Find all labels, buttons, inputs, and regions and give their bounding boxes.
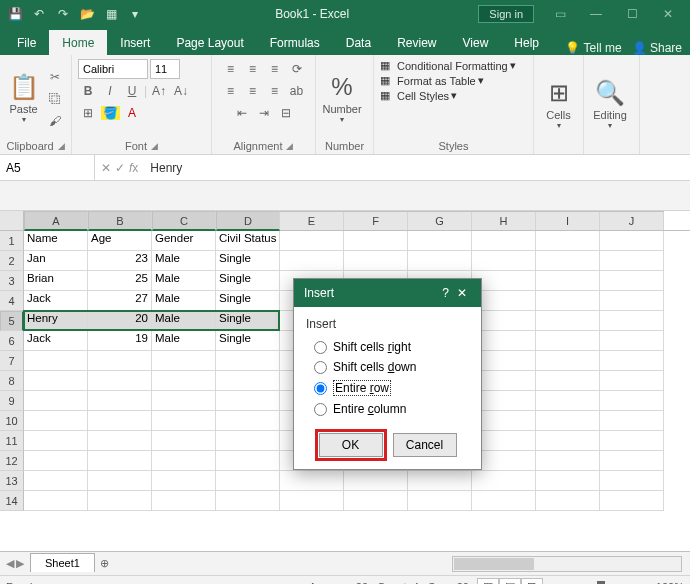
qat-dropdown-icon[interactable]: ▾ <box>124 3 146 25</box>
wrap-text-icon[interactable]: ab <box>287 81 307 101</box>
table-icon[interactable]: ▦ <box>100 3 122 25</box>
column-header[interactable]: H <box>472 211 536 230</box>
align-top-icon[interactable]: ≡ <box>221 59 241 79</box>
cell[interactable]: 25 <box>88 271 152 291</box>
number-format-button[interactable]: % Number ▾ <box>322 66 362 132</box>
cell[interactable]: Single <box>216 251 280 271</box>
cell[interactable]: Jack <box>24 291 88 311</box>
page-break-view-icon[interactable]: ⊞ <box>521 578 543 585</box>
cell[interactable]: Name <box>24 231 88 251</box>
cell[interactable]: Civil Status <box>216 231 280 251</box>
tab-view[interactable]: View <box>450 30 502 55</box>
cell[interactable] <box>472 471 536 491</box>
cell[interactable]: 19 <box>88 331 152 351</box>
cell[interactable] <box>280 251 344 271</box>
cell[interactable] <box>472 231 536 251</box>
cell[interactable] <box>24 391 88 411</box>
page-layout-view-icon[interactable]: ▣ <box>499 578 521 585</box>
tab-data[interactable]: Data <box>333 30 384 55</box>
column-header[interactable]: F <box>344 211 408 230</box>
cell[interactable] <box>216 451 280 471</box>
cell[interactable] <box>24 471 88 491</box>
cell[interactable] <box>280 471 344 491</box>
editing-button[interactable]: 🔍Editing▾ <box>590 72 630 138</box>
dialog-help-icon[interactable]: ? <box>438 286 453 300</box>
cell[interactable] <box>408 231 472 251</box>
ok-button[interactable]: OK <box>319 433 383 457</box>
alignment-launcher-icon[interactable]: ◢ <box>286 141 293 151</box>
cell[interactable] <box>536 291 600 311</box>
cell[interactable]: Brian <box>24 271 88 291</box>
radio-shift-right[interactable]: Shift cells right <box>306 337 469 357</box>
row-header[interactable]: 8 <box>0 371 24 391</box>
align-bottom-icon[interactable]: ≡ <box>265 59 285 79</box>
column-header[interactable]: G <box>408 211 472 230</box>
tab-insert[interactable]: Insert <box>107 30 163 55</box>
cell[interactable] <box>152 451 216 471</box>
font-size-select[interactable]: 11 <box>150 59 180 79</box>
cell[interactable]: Male <box>152 251 216 271</box>
italic-button[interactable]: I <box>100 81 120 101</box>
open-icon[interactable]: 📂 <box>76 3 98 25</box>
cell[interactable]: Jack <box>24 331 88 351</box>
row-header[interactable]: 10 <box>0 411 24 431</box>
cell[interactable] <box>24 431 88 451</box>
save-icon[interactable]: 💾 <box>4 3 26 25</box>
column-header[interactable]: J <box>600 211 664 230</box>
cell[interactable]: 23 <box>88 251 152 271</box>
cell[interactable] <box>600 371 664 391</box>
underline-button[interactable]: U <box>122 81 142 101</box>
cell[interactable]: Gender <box>152 231 216 251</box>
cell[interactable] <box>536 411 600 431</box>
cell[interactable] <box>216 471 280 491</box>
decrease-font-icon[interactable]: A↓ <box>171 81 191 101</box>
radio-shift-down[interactable]: Shift cells down <box>306 357 469 377</box>
cell[interactable] <box>536 331 600 351</box>
font-name-select[interactable]: Calibri <box>78 59 148 79</box>
cell[interactable] <box>216 411 280 431</box>
row-header[interactable]: 1 <box>0 231 24 251</box>
row-header[interactable]: 3 <box>0 271 24 291</box>
row-header[interactable]: 2 <box>0 251 24 271</box>
zoom-level[interactable]: 100% <box>656 581 684 585</box>
cell[interactable] <box>88 371 152 391</box>
cell[interactable]: Age <box>88 231 152 251</box>
cell[interactable] <box>152 491 216 511</box>
cell[interactable] <box>88 431 152 451</box>
conditional-formatting-button[interactable]: ▦ Conditional Formatting ▾ <box>380 59 516 72</box>
cell[interactable]: Single <box>216 331 280 351</box>
row-header[interactable]: 12 <box>0 451 24 471</box>
cell[interactable] <box>408 471 472 491</box>
paste-button[interactable]: 📋 Paste ▾ <box>6 66 41 132</box>
merge-icon[interactable]: ⊟ <box>276 103 296 123</box>
cell[interactable] <box>600 431 664 451</box>
align-center-icon[interactable]: ≡ <box>243 81 263 101</box>
radio-entire-column[interactable]: Entire column <box>306 399 469 419</box>
fill-color-icon[interactable]: 🪣 <box>100 103 120 123</box>
cell[interactable]: Henry <box>24 311 88 331</box>
column-header[interactable]: D <box>216 211 280 231</box>
align-left-icon[interactable]: ≡ <box>221 81 241 101</box>
column-header[interactable]: A <box>24 211 88 231</box>
cell[interactable] <box>280 491 344 511</box>
cell[interactable] <box>216 351 280 371</box>
cell[interactable] <box>536 471 600 491</box>
cell[interactable] <box>600 311 664 331</box>
cell[interactable] <box>472 491 536 511</box>
cell-styles-button[interactable]: ▦ Cell Styles ▾ <box>380 89 457 102</box>
add-sheet-icon[interactable]: ⊕ <box>95 554 115 574</box>
redo-icon[interactable]: ↷ <box>52 3 74 25</box>
cell[interactable]: Male <box>152 311 216 331</box>
cell[interactable] <box>600 291 664 311</box>
close-icon[interactable]: ✕ <box>650 0 686 28</box>
cell[interactable]: Single <box>216 271 280 291</box>
cell[interactable] <box>88 491 152 511</box>
borders-icon[interactable]: ⊞ <box>78 103 98 123</box>
formula-input[interactable]: Henry <box>144 161 690 175</box>
cell[interactable] <box>472 251 536 271</box>
cell[interactable]: Single <box>216 291 280 311</box>
cell[interactable] <box>536 491 600 511</box>
font-launcher-icon[interactable]: ◢ <box>151 141 158 151</box>
fx-icon[interactable]: fx <box>129 161 138 175</box>
cell[interactable] <box>536 271 600 291</box>
